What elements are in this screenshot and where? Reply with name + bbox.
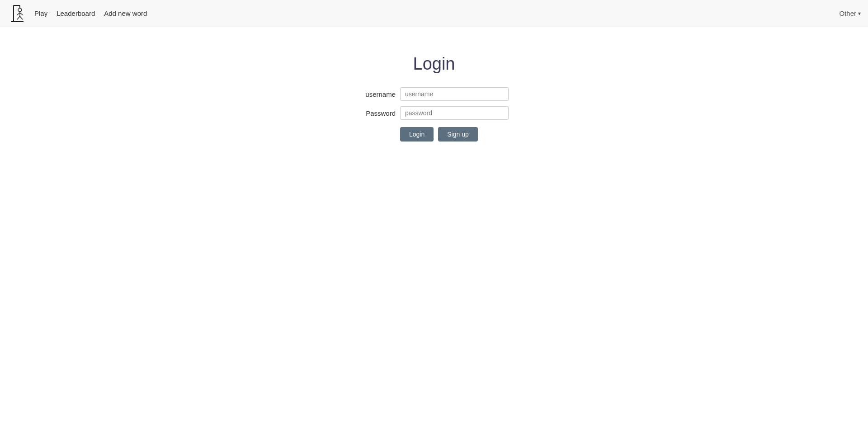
nav-leaderboard[interactable]: Leaderboard — [57, 9, 95, 17]
main-content: Login username Password Login Sign up — [0, 27, 868, 142]
navbar-right: Other — [839, 9, 861, 17]
navbar: Play Leaderboard Add new word Other — [0, 0, 868, 27]
brand-logo[interactable] — [7, 4, 27, 24]
login-form: username Password Login Sign up — [359, 87, 509, 142]
nav-add-new-word[interactable]: Add new word — [104, 9, 147, 17]
username-label: username — [359, 90, 396, 98]
navbar-nav: Play Leaderboard Add new word — [34, 9, 839, 17]
signup-button[interactable]: Sign up — [438, 127, 477, 142]
form-buttons: Login Sign up — [400, 127, 509, 142]
username-input[interactable] — [400, 87, 509, 101]
password-row: Password — [359, 106, 509, 120]
svg-line-6 — [17, 13, 20, 15]
svg-line-8 — [17, 16, 20, 19]
svg-line-7 — [20, 13, 23, 15]
svg-line-9 — [20, 16, 23, 19]
username-row: username — [359, 87, 509, 101]
hangman-icon — [7, 4, 27, 24]
nav-play[interactable]: Play — [34, 9, 47, 17]
password-label: Password — [359, 109, 396, 117]
password-input[interactable] — [400, 106, 509, 120]
svg-point-4 — [18, 8, 22, 12]
login-button[interactable]: Login — [400, 127, 434, 142]
page-title: Login — [413, 54, 455, 74]
other-dropdown-button[interactable]: Other — [839, 9, 861, 17]
